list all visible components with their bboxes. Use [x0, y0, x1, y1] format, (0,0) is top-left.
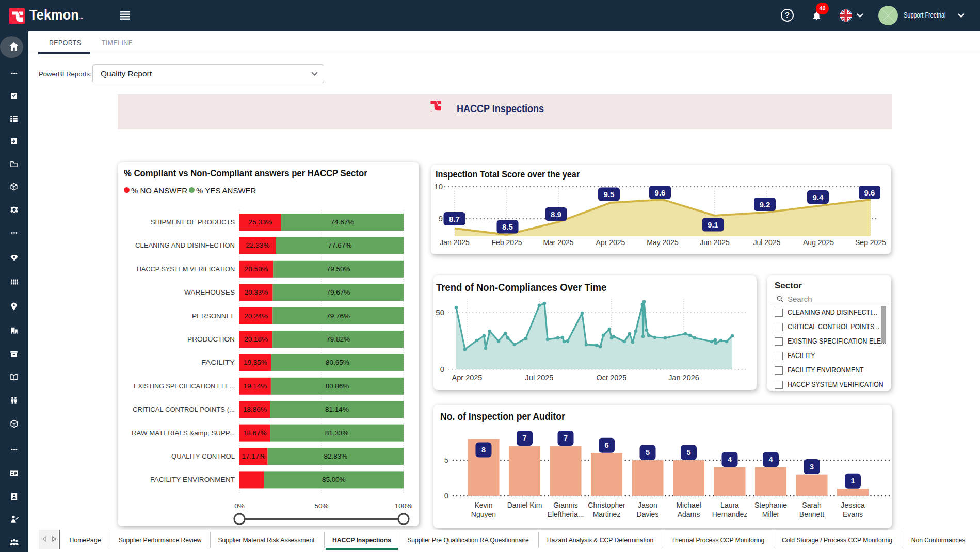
svg-text:9.5: 9.5: [604, 190, 615, 199]
svg-text:Sarah: Sarah: [802, 501, 821, 509]
svg-text:9: 9: [439, 214, 443, 223]
svg-text:FACILITY ENVIRONMENT: FACILITY ENVIRONMENT: [150, 476, 235, 483]
svg-text:Jul 2025: Jul 2025: [525, 374, 554, 382]
svg-text:Nguyen: Nguyen: [471, 510, 496, 518]
svg-text:CRITICAL CONTROL POINTS (...: CRITICAL CONTROL POINTS (...: [133, 405, 235, 413]
svg-text:9.6: 9.6: [864, 188, 875, 197]
svg-text:Jason: Jason: [638, 501, 657, 509]
svg-text:100%: 100%: [395, 502, 413, 510]
svg-text:4: 4: [728, 456, 732, 464]
svg-text:Mar 2025: Mar 2025: [543, 238, 573, 247]
svg-text:QUALITY CONTROL: QUALITY CONTROL: [171, 452, 235, 460]
svg-text:Miller: Miller: [762, 510, 780, 518]
svg-text:19.35%: 19.35%: [244, 359, 267, 366]
svg-text:PRODUCTION: PRODUCTION: [187, 335, 235, 343]
svg-text:0: 0: [440, 365, 444, 374]
svg-text:79.76%: 79.76%: [326, 312, 350, 320]
svg-text:8.7: 8.7: [449, 215, 460, 223]
svg-text:9.6: 9.6: [655, 188, 666, 197]
svg-text:8.9: 8.9: [551, 210, 561, 219]
svg-text:Jun 2025: Jun 2025: [700, 238, 730, 247]
svg-text:Apr 2025: Apr 2025: [596, 238, 625, 247]
svg-text:10: 10: [434, 182, 443, 191]
svg-text:May 2025: May 2025: [647, 238, 679, 247]
svg-text:Christopher: Christopher: [588, 501, 625, 509]
svg-text:20.50%: 20.50%: [245, 265, 268, 273]
svg-text:8.5: 8.5: [502, 222, 513, 231]
svg-text:20.18%: 20.18%: [244, 335, 268, 343]
svg-text:50: 50: [436, 308, 444, 317]
svg-text:17.17%: 17.17%: [242, 452, 265, 460]
svg-text:Bennett: Bennett: [799, 510, 824, 518]
svg-text:82.83%: 82.83%: [324, 452, 347, 460]
svg-text:WAREHOUSES: WAREHOUSES: [184, 288, 235, 296]
svg-text:5: 5: [444, 456, 448, 464]
svg-text:Laura: Laura: [720, 501, 739, 509]
svg-text:Aug 2025: Aug 2025: [803, 238, 834, 247]
svg-text:18.86%: 18.86%: [243, 405, 267, 413]
svg-text:Oct 2025: Oct 2025: [597, 374, 627, 382]
svg-text:Davies: Davies: [637, 510, 659, 518]
svg-text:3: 3: [810, 463, 814, 471]
svg-text:9.4: 9.4: [813, 193, 824, 202]
svg-text:8: 8: [481, 446, 486, 454]
svg-text:81.33%: 81.33%: [325, 429, 349, 437]
svg-text:7: 7: [522, 434, 526, 442]
svg-text:9.2: 9.2: [760, 200, 770, 209]
svg-text:79.50%: 79.50%: [327, 265, 350, 273]
svg-text:77.67%: 77.67%: [328, 241, 352, 249]
svg-text:20.24%: 20.24%: [244, 312, 268, 320]
svg-text:Apr 2025: Apr 2025: [452, 374, 483, 382]
svg-text:Stephanie: Stephanie: [754, 501, 787, 509]
svg-text:FACILITY: FACILITY: [201, 359, 235, 366]
svg-text:22.33%: 22.33%: [246, 241, 270, 249]
svg-text:85.00%: 85.00%: [322, 476, 346, 483]
svg-text:Evans: Evans: [843, 510, 863, 518]
svg-text:79.82%: 79.82%: [326, 335, 350, 343]
svg-text:19.14%: 19.14%: [244, 382, 267, 390]
svg-text:0: 0: [444, 491, 448, 500]
svg-text:SHIPMENT OF PRODUCTS: SHIPMENT OF PRODUCTS: [151, 218, 235, 226]
svg-text:Kevin: Kevin: [474, 501, 492, 509]
svg-text:Eleftheria...: Eleftheria...: [548, 510, 584, 518]
svg-text:81.14%: 81.14%: [325, 405, 349, 413]
svg-text:4: 4: [768, 456, 773, 464]
svg-text:80.65%: 80.65%: [326, 359, 349, 366]
svg-text:20.33%: 20.33%: [244, 288, 268, 296]
svg-text:PERSONNEL: PERSONNEL: [192, 312, 235, 320]
svg-text:74.67%: 74.67%: [330, 218, 354, 226]
svg-text:50%: 50%: [314, 502, 328, 510]
svg-text:0%: 0%: [234, 502, 245, 510]
svg-text:™: ™: [430, 110, 432, 113]
svg-text:6: 6: [604, 441, 608, 449]
svg-text:Giannis: Giannis: [553, 501, 577, 509]
svg-text:EXISTING SPECIFICATION ELE...: EXISTING SPECIFICATION ELE...: [134, 382, 235, 390]
svg-text:CLEANING AND DISINFECTION: CLEANING AND DISINFECTION: [135, 241, 235, 249]
svg-text:Sep 2025: Sep 2025: [855, 238, 886, 247]
svg-text:Martinez: Martinez: [593, 510, 621, 518]
svg-text:80.86%: 80.86%: [326, 382, 349, 390]
svg-text:Feb 2025: Feb 2025: [491, 238, 522, 247]
svg-text:HACCP SYSTEM VERIFICATION: HACCP SYSTEM VERIFICATION: [137, 265, 235, 273]
svg-text:79.67%: 79.67%: [326, 288, 350, 296]
svg-text:Jul 2025: Jul 2025: [753, 238, 781, 247]
svg-text:5: 5: [686, 448, 690, 457]
svg-text:Jan 2025: Jan 2025: [440, 238, 470, 247]
svg-text:7: 7: [564, 434, 568, 442]
svg-text:RAW MATERIALS &amp; SUPP...: RAW MATERIALS &amp; SUPP...: [132, 429, 235, 437]
svg-text:Michael: Michael: [676, 501, 701, 509]
svg-text:25.33%: 25.33%: [248, 218, 272, 226]
svg-text:Hernandez: Hernandez: [712, 510, 748, 518]
svg-text:Daniel Kim: Daniel Kim: [507, 501, 542, 509]
svg-text:Jan 2026: Jan 2026: [668, 374, 699, 382]
svg-text:18.67%: 18.67%: [243, 429, 267, 437]
svg-text:Adams: Adams: [678, 510, 700, 518]
svg-text:1: 1: [850, 477, 855, 485]
svg-text:5: 5: [646, 448, 650, 457]
svg-text:Jessica: Jessica: [841, 501, 865, 509]
svg-text:9.1: 9.1: [708, 220, 718, 229]
